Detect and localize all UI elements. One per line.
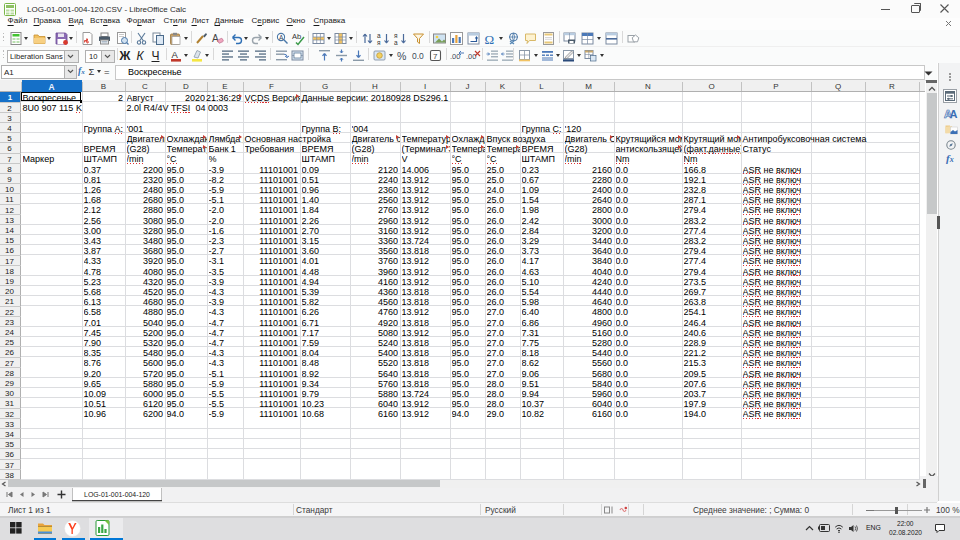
svg-text:а: а bbox=[394, 38, 398, 45]
svg-text:я: я bbox=[377, 38, 381, 45]
svg-text:Ab: Ab bbox=[292, 32, 301, 41]
svg-text:Ω: Ω bbox=[485, 31, 495, 46]
svg-text:7: 7 bbox=[433, 52, 438, 61]
svg-text:A: A bbox=[950, 108, 958, 120]
svg-text:A: A bbox=[172, 49, 179, 60]
svg-text:A: A bbox=[279, 33, 284, 40]
svg-text:A: A bbox=[212, 33, 219, 44]
